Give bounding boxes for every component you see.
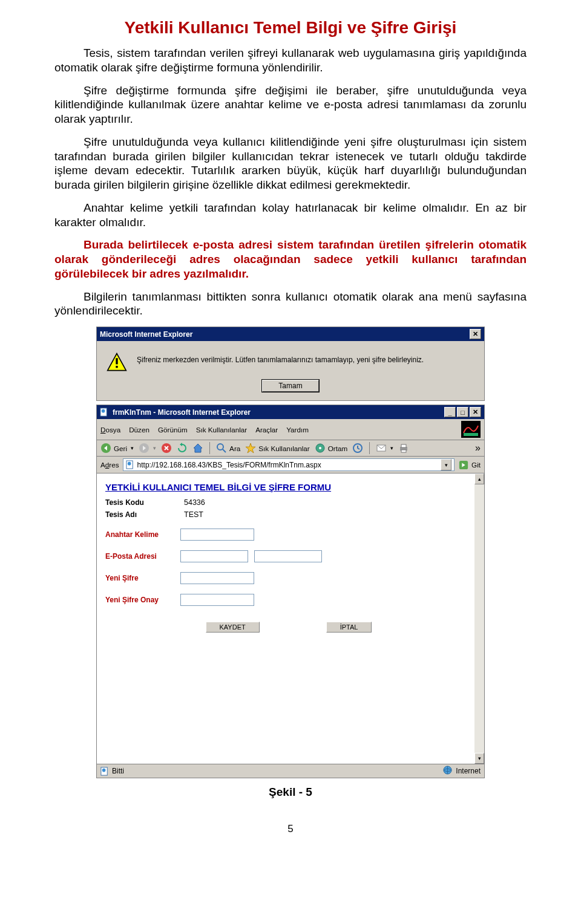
browser-window: frmKlnTnm - Microsoft Internet Explorer … <box>96 405 485 778</box>
paragraph-4: Anahtar kelime yetkili tarafından kolay … <box>54 201 527 230</box>
status-bar: Bitti Internet <box>97 764 484 778</box>
input-eposta-local[interactable] <box>180 550 248 562</box>
input-eposta-domain[interactable] <box>254 550 322 562</box>
toolbar-search-button[interactable]: Ara <box>216 443 240 454</box>
history-icon <box>352 443 363 454</box>
toolbar-overflow-button[interactable]: » <box>475 443 481 454</box>
toolbar-back-button[interactable]: Geri ▾ <box>100 443 134 454</box>
toolbar-separator <box>369 442 370 454</box>
address-input[interactable]: http://192.168.168.43/KBS_Tesis/FORM/frm… <box>123 458 455 471</box>
svg-point-4 <box>102 409 105 413</box>
menu-edit[interactable]: Düzen <box>129 426 149 434</box>
warning-icon <box>107 352 127 373</box>
paragraph-4-text: Anahtar kelime yetkili tarafından kolay … <box>54 201 527 229</box>
browser-title-text: frmKlnTnm - Microsoft Internet Explorer <box>113 408 441 417</box>
menu-tools[interactable]: Araçlar <box>255 426 278 434</box>
svg-rect-1 <box>116 358 117 364</box>
label-eposta: E-Posta Adresi <box>105 552 180 561</box>
window-maximize-button[interactable]: □ <box>457 407 468 417</box>
window-minimize-button[interactable]: _ <box>444 407 456 417</box>
toolbar-stop-button[interactable] <box>161 443 172 454</box>
browser-titlebar: frmKlnTnm - Microsoft Internet Explorer … <box>97 405 484 419</box>
paragraph-1: Tesis, sistem tarafından verilen şifreyi… <box>54 46 527 75</box>
label-tesis-kodu: Tesis Kodu <box>105 498 180 507</box>
forward-arrow-icon <box>139 443 149 454</box>
alert-titlebar: Microsoft Internet Explorer ✕ <box>97 327 484 341</box>
svg-rect-2 <box>116 366 117 368</box>
toolbar-media-button[interactable]: Ortam <box>315 443 347 454</box>
menu-file[interactable]: Dosya <box>100 426 120 434</box>
toolbar-home-button[interactable] <box>192 443 203 454</box>
ie-throbber-icon <box>461 421 481 438</box>
svg-point-10 <box>217 444 223 450</box>
print-icon <box>398 443 409 454</box>
menu-view[interactable]: Görünüm <box>158 426 188 434</box>
input-yeni-sifre[interactable] <box>180 572 254 584</box>
scroll-up-button[interactable]: ▴ <box>474 473 484 484</box>
toolbar-forward-button[interactable]: ▾ <box>139 443 156 454</box>
toolbar-separator <box>209 442 210 454</box>
menu-favorites[interactable]: Sık Kullanılanlar <box>196 426 247 434</box>
save-button[interactable]: KAYDET <box>206 622 260 633</box>
browser-content: YETKİLİ KULLANICI TEMEL BİLGİ VE ŞİFRE F… <box>97 473 484 764</box>
label-tesis-adi: Tesis Adı <box>105 510 180 519</box>
scroll-track[interactable] <box>474 484 484 753</box>
toolbar-mail-button[interactable]: ▾ <box>376 443 393 454</box>
paragraph-3: Şifre unutulduğunda veya kullanıcı kilit… <box>54 135 527 192</box>
paragraph-2: Şifre değiştirme formunda şifre değişimi… <box>54 83 527 126</box>
toolbar-refresh-button[interactable] <box>177 443 188 454</box>
svg-point-13 <box>319 447 321 449</box>
go-button[interactable]: Git <box>458 460 481 470</box>
alert-close-button[interactable]: ✕ <box>470 329 481 339</box>
refresh-icon <box>177 443 188 454</box>
svg-rect-18 <box>401 450 406 452</box>
chevron-down-icon: ▾ <box>153 445 156 451</box>
doc-title: Yetkili Kullanıcı Temel Bilgi ve Şifre G… <box>54 18 527 37</box>
form-heading: YETKİLİ KULLANICI TEMEL BİLGİ VE ŞİFRE F… <box>105 482 472 492</box>
ie-page-icon <box>126 460 135 469</box>
home-icon <box>192 443 203 454</box>
paragraph-3-text: Şifre unutulduğunda veya kullanıcı kilit… <box>54 135 527 191</box>
toolbar-print-button[interactable] <box>398 443 409 454</box>
toolbar-media-label: Ortam <box>328 444 347 452</box>
input-anahtar-kelime[interactable] <box>180 529 254 541</box>
mail-icon <box>376 443 387 454</box>
paragraph-5: Burada belirtilecek e-posta adresi siste… <box>54 238 527 281</box>
input-yeni-sifre-onay[interactable] <box>180 594 254 606</box>
address-label: Adres <box>100 461 119 469</box>
alert-title-text: Microsoft Internet Explorer <box>100 330 192 339</box>
address-dropdown-button[interactable]: ▾ <box>441 459 451 470</box>
label-yeni-sifre: Yeni Şifre <box>105 574 180 582</box>
svg-point-20 <box>127 462 131 466</box>
alert-message: Şifreniz merkezden verilmiştir. Lütfen t… <box>137 352 424 364</box>
search-icon <box>216 443 227 454</box>
value-tesis-adi: TEST <box>180 510 203 519</box>
label-yeni-sifre-onay: Yeni Şifre Onay <box>105 596 180 604</box>
back-arrow-icon <box>100 443 111 454</box>
toolbar-history-button[interactable] <box>352 443 363 454</box>
media-icon <box>315 443 326 454</box>
cancel-button[interactable]: İPTAL <box>326 622 372 633</box>
status-text: Bitti <box>112 767 124 775</box>
window-close-button[interactable]: ✕ <box>470 407 481 417</box>
ie-page-icon <box>100 408 109 417</box>
favorites-star-icon <box>245 443 256 454</box>
figure-caption: Şekil - 5 <box>54 786 527 799</box>
paragraph-6-text: Bilgilerin tanımlanması bittikten sonra … <box>54 290 527 317</box>
vertical-scrollbar[interactable]: ▴ ▾ <box>474 473 484 764</box>
stop-icon <box>161 443 172 454</box>
scroll-down-button[interactable]: ▾ <box>474 753 484 764</box>
paragraph-6: Bilgilerin tanımlanması bittikten sonra … <box>54 290 527 319</box>
paragraph-2-text: Şifre değiştirme formunda şifre değişimi… <box>54 84 527 126</box>
status-zone-text: Internet <box>456 767 481 775</box>
ie-page-icon <box>100 767 110 776</box>
toolbar: Geri ▾ ▾ Ara Sık Kullan <box>97 440 484 457</box>
toolbar-favorites-label: Sık Kullanılanlar <box>258 444 309 452</box>
menu-help[interactable]: Yardım <box>286 426 309 434</box>
alert-ok-button[interactable]: Tamam <box>262 380 318 392</box>
address-text: http://192.168.168.43/KBS_Tesis/FORM/frm… <box>137 461 321 469</box>
label-anahtar-kelime: Anahtar Kelime <box>105 530 180 539</box>
toolbar-back-label: Geri <box>114 444 127 452</box>
toolbar-favorites-button[interactable]: Sık Kullanılanlar <box>245 443 309 454</box>
value-tesis-kodu: 54336 <box>180 498 205 507</box>
